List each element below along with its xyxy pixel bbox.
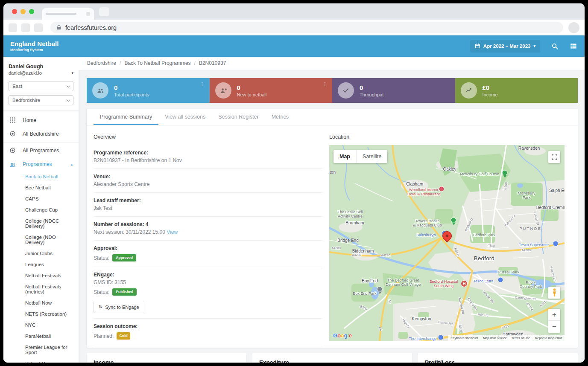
chevron-down-icon: ▾ <box>71 71 73 75</box>
google-logo-letter: G <box>333 332 337 339</box>
programme-link-college-ndo-delivery-[interactable]: College (NDO Delivery) <box>3 232 79 248</box>
field-venue: Venue: Alexander Sports Centre <box>94 169 322 193</box>
published-badge: Published <box>112 288 137 296</box>
programme-link-netball-festivals-metrics-[interactable]: Netball Festivals (metrics) <box>3 281 79 297</box>
field-value: Jak Test <box>94 205 322 211</box>
search-icon[interactable] <box>550 42 559 50</box>
address-bar[interactable]: fearlessfutures.org <box>50 22 563 33</box>
programme-link-netball-now[interactable]: Netball Now <box>3 297 79 308</box>
personadd-icon <box>215 82 231 99</box>
browser-window: fearlessfutures.org England Netball Moni… <box>3 3 585 363</box>
tab-close-icon[interactable] <box>86 12 90 16</box>
satellite-button[interactable]: Satellite <box>356 150 387 163</box>
reload-button[interactable] <box>34 23 43 32</box>
zoom-window-button[interactable] <box>29 9 34 14</box>
approved-badge: Approved <box>112 254 136 261</box>
sidebar-item-home[interactable]: Home <box>3 113 79 127</box>
map-zoom-control: + − <box>548 309 560 333</box>
programme-link-college-ndcc-delivery-[interactable]: College (NDCC Delivery) <box>3 215 79 232</box>
status-prefix: Status: <box>94 255 109 261</box>
browser-toolbar: fearlessfutures.org <box>3 20 585 35</box>
date-range-label: Apr 2022 – Mar 2023 <box>483 44 531 49</box>
field-label: Approval: <box>94 245 322 251</box>
programme-link-junior-clubs[interactable]: Junior Clubs <box>3 248 79 259</box>
programme-link-nyc[interactable]: NYC <box>3 320 79 331</box>
forward-button[interactable] <box>21 23 30 32</box>
app-brand[interactable]: England Netball Monitoring System <box>10 40 59 52</box>
region-select[interactable]: East <box>9 81 73 91</box>
tab-programme-summary[interactable]: Programme Summary <box>94 109 158 125</box>
sidebar-nav: HomeAll BedfordshireAll ProgrammesProgra… <box>3 111 79 363</box>
minimize-window-button[interactable] <box>20 9 26 14</box>
kebab-menu-icon[interactable]: ⋮ <box>322 81 328 87</box>
window-controls <box>12 9 34 14</box>
sidebar-item-label: All Bedfordshire <box>23 131 59 137</box>
stat-label: Total participants <box>114 92 149 97</box>
close-window-button[interactable] <box>12 9 17 14</box>
programme-link-back-to-netball[interactable]: Back to Netball <box>3 171 79 182</box>
sidebar-item-label: Programmes <box>23 161 52 167</box>
sidebar-item-programmes[interactable]: Programmes▴ <box>3 157 79 171</box>
programme-link-premier-league-for-sport[interactable]: Premier League for Sport <box>3 342 79 358</box>
app-header: England Netball Monitoring System Apr 20… <box>3 35 585 57</box>
pegman-control[interactable] <box>548 287 560 299</box>
sidebar-item-all-bedfordshire[interactable]: All Bedfordshire <box>3 127 79 141</box>
map-attribution: Keyboard shortcutsMap data ©2022Terms of… <box>448 335 565 341</box>
programme-link-netball-festivals[interactable]: Netball Festivals <box>3 270 79 281</box>
field-label: Lead staff member: <box>94 198 322 203</box>
breadcrumb: Bedfordshire/Back To Netball Programmes/… <box>79 57 585 70</box>
map-button[interactable]: Map <box>333 150 356 163</box>
browser-tab[interactable] <box>42 8 94 20</box>
new-tab-button[interactable] <box>99 7 109 16</box>
google-logo-letter: o <box>337 332 341 339</box>
map-attribution-item[interactable]: Terms of Use <box>511 336 530 340</box>
summary-card-income: Income <box>87 353 246 363</box>
zoom-in-button[interactable]: + <box>548 309 560 321</box>
google-logo[interactable]: Google <box>333 332 352 339</box>
view-session-link[interactable]: View <box>167 229 178 235</box>
list-view-icon[interactable] <box>569 42 578 50</box>
breadcrumb-item[interactable]: Bedfordshire <box>87 60 116 66</box>
programme-link-challenge-cup[interactable]: Challenge Cup <box>3 204 79 215</box>
tab-view-all-sessions[interactable]: View all sessions <box>158 109 212 125</box>
page-content: 0Total participants⋮0New to netball⋮0Thr… <box>79 70 585 363</box>
programme-link-bee-netball[interactable]: Bee Netball <box>3 182 79 193</box>
programme-link-leagues[interactable]: Leagues <box>3 259 79 270</box>
chevron-down-icon <box>67 98 70 101</box>
back-button[interactable] <box>9 23 17 32</box>
kebab-menu-icon[interactable]: ⋮ <box>200 81 205 87</box>
county-select[interactable]: Bedfordshire <box>9 95 73 105</box>
map-attribution-item[interactable]: Keyboard shortcuts <box>451 336 478 340</box>
google-map[interactable]: RavensdentonOakleyClaphamSalph EndBedfor… <box>329 145 565 341</box>
fullscreen-button[interactable] <box>548 151 560 163</box>
sidebar-item-label: Home <box>23 117 36 123</box>
map-type-control: Map Satellite <box>333 150 387 163</box>
hospital-poi: H <box>461 280 468 287</box>
programme-link-caps[interactable]: CAPS <box>3 193 79 204</box>
user-menu[interactable]: Daniel Gough daniel@azuki.io ▾ <box>3 57 79 77</box>
date-range-picker[interactable]: Apr 2022 – Mar 2023 ▾ <box>470 40 540 52</box>
tab-metrics[interactable]: Metrics <box>265 109 295 125</box>
map-attribution-item[interactable]: Report a map error <box>535 336 562 340</box>
gold-badge: Gold <box>117 332 130 340</box>
field-programme-reference: Programme reference: B2N010937 - In Bedf… <box>94 145 322 169</box>
tab-session-register[interactable]: Session Register <box>212 109 265 125</box>
programme-link-paranetball[interactable]: ParaNetball <box>3 331 79 342</box>
trend-icon <box>461 82 477 99</box>
stat-value: 0 <box>114 84 149 92</box>
breadcrumb-item[interactable]: Back To Netball Programmes <box>124 60 190 66</box>
sidebar-item-all-programmes[interactable]: All Programmes <box>3 144 79 157</box>
breadcrumb-separator: / <box>120 60 121 66</box>
sync-to-engage-button[interactable]: ↻ Sync to ENgage <box>94 301 144 313</box>
refresh-icon: ↻ <box>99 304 102 310</box>
breadcrumb-separator: / <box>194 60 196 66</box>
field-label: ENgage: <box>94 272 322 278</box>
sidebar: Daniel Gough daniel@azuki.io ▾ East Bedf… <box>3 57 79 363</box>
url-text: fearlessfutures.org <box>65 24 117 31</box>
programme-link-nets-recreation-[interactable]: NETS (Recreation) <box>3 308 79 320</box>
zoom-out-button[interactable]: − <box>548 321 560 333</box>
profile-avatar[interactable] <box>568 22 579 33</box>
golf-poi <box>502 170 508 176</box>
programme-link-school-games[interactable]: School Games <box>3 358 79 363</box>
app-subtitle: Monitoring System <box>10 48 59 52</box>
